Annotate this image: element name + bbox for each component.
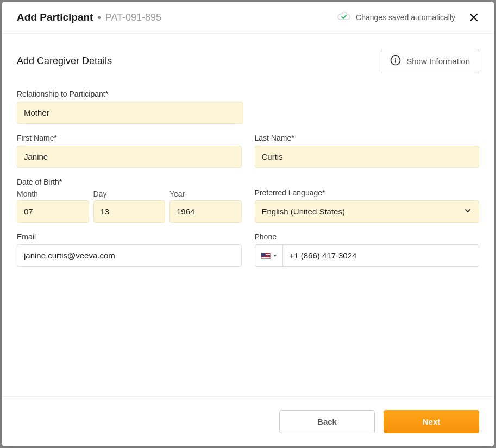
svg-point-2 [395, 58, 396, 59]
last-name-input[interactable] [255, 146, 480, 168]
country-code-select[interactable] [255, 245, 283, 266]
caret-down-icon [273, 254, 277, 258]
modal-footer: Back Next [2, 396, 494, 446]
participant-id: PAT-091-895 [105, 12, 161, 23]
info-icon [390, 55, 401, 67]
page-title: Add Participant [17, 11, 93, 23]
first-name-label: First Name* [17, 134, 242, 142]
phone-input[interactable] [283, 245, 479, 266]
first-name-input[interactable] [17, 146, 242, 168]
add-participant-modal: Add Participant • PAT-091-895 Changes sa… [2, 2, 494, 446]
last-name-label: Last Name* [255, 134, 480, 142]
next-button[interactable]: Next [384, 410, 479, 433]
us-flag-icon [261, 253, 271, 259]
language-label: Preferred Language* [255, 188, 480, 197]
month-label: Month [17, 190, 89, 198]
show-information-button[interactable]: Show Information [381, 49, 479, 73]
back-button[interactable]: Back [279, 410, 375, 433]
section-header: Add Caregiver Details Show Information [17, 49, 479, 73]
dob-label: Date of Birth* [17, 178, 242, 186]
email-input[interactable] [17, 244, 242, 267]
phone-label: Phone [255, 232, 480, 241]
section-title: Add Caregiver Details [17, 55, 112, 67]
show-info-label: Show Information [406, 56, 470, 66]
dob-year-input[interactable] [169, 200, 242, 223]
close-icon[interactable] [468, 12, 479, 23]
email-label: Email [17, 232, 242, 241]
phone-input-group [255, 244, 480, 267]
day-label: Day [93, 190, 166, 198]
language-select[interactable]: English (United States) [255, 200, 480, 223]
autosave-indicator: Changes saved automatically [337, 12, 455, 23]
modal-body: Add Caregiver Details Show Information R… [2, 34, 494, 396]
dob-month-input[interactable] [17, 200, 89, 223]
dob-day-input[interactable] [93, 200, 166, 223]
relationship-input[interactable] [17, 102, 243, 124]
autosave-label: Changes saved automatically [356, 13, 455, 22]
year-label: Year [169, 190, 242, 198]
separator-dot: • [97, 12, 101, 23]
cloud-check-icon [337, 12, 350, 23]
dob-group: Month Day Year [17, 190, 242, 223]
relationship-label: Relationship to Participant* [17, 90, 243, 98]
modal-header: Add Participant • PAT-091-895 Changes sa… [2, 2, 494, 34]
